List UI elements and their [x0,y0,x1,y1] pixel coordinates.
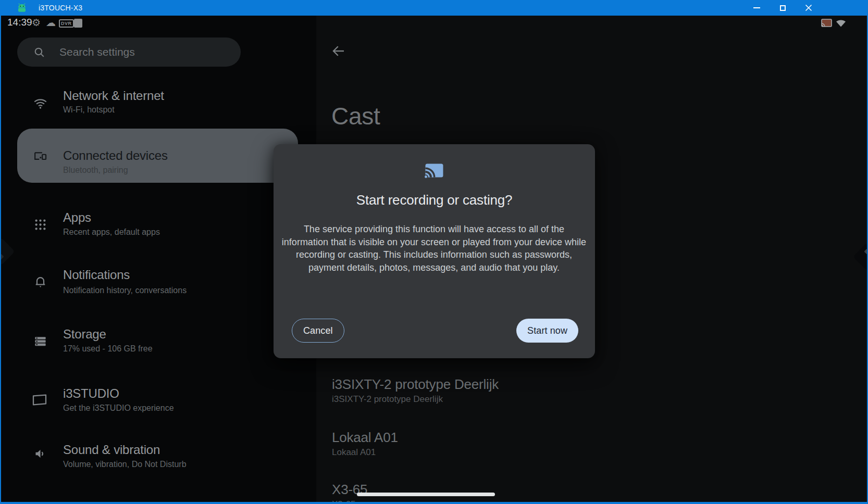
recents-square-icon [74,19,82,28]
window-titlebar: i3TOUCH-X3 [1,0,867,16]
sidebar-item-subtitle: Get the i3STUDIO experience [63,404,174,413]
app-logo-android-icon [16,3,28,12]
cast-icon [425,163,444,178]
settings-search-bar[interactable] [17,37,241,67]
sidebar-item-title: Apps [63,210,91,225]
sidebar-item-subtitle: Bluetooth, pairing [63,166,128,175]
app-window: i3TOUCH-X3 14:39 ⚙ ☁ DVR Network & inter… [0,0,868,504]
gesture-navigation-handle[interactable] [357,493,495,496]
cancel-button[interactable]: Cancel [292,319,344,343]
cast-device-name: i3SIXTY-2 prototype Deerlijk [332,376,499,393]
search-icon [33,46,46,59]
sidebar-item-subtitle: Recent apps, default apps [63,228,160,237]
sidebar-item-subtitle: Volume, vibration, Do Not Disturb [63,460,187,469]
cast-permission-dialog: Start recording or casting? The service … [274,144,595,358]
close-icon [805,4,812,11]
wifi-icon [33,96,47,110]
bell-icon [33,275,47,289]
cast-device-description: i3SIXTY-2 prototype Deerlijk [332,394,443,405]
sidebar-item-title: Notifications [63,268,130,282]
dvr-badge-icon: DVR [59,19,74,28]
sidebar-item-title: i3STUDIO [63,386,119,401]
left-handle-dot-icon [0,254,4,259]
right-handle-dot-icon [864,248,868,254]
display-icon [31,392,48,408]
maximize-button[interactable] [771,0,795,16]
wifi-status-icon [836,19,846,27]
cast-device-name: Lokaal A01 [332,430,398,446]
cast-device-description: Lokaal A01 [332,447,376,458]
storage-icon [33,334,47,348]
sidebar-item-title: Storage [63,327,106,342]
sidebar-item-subtitle: Wi-Fi, hotspot [63,105,115,115]
page-title: Cast [331,102,380,130]
status-clock: 14:39 [7,17,32,28]
sidebar-item-title: Network & internet [63,89,164,103]
close-button[interactable] [797,0,821,16]
sidebar-item-title: Sound & vibration [63,443,160,457]
sidebar-item-subtitle: 17% used - 106 GB free [63,344,153,354]
search-input[interactable] [59,46,216,58]
window-bottom-border [1,502,867,504]
minimize-icon [753,7,760,8]
sidebar-item-title: Connected devices [63,148,168,163]
window-title: i3TOUCH-X3 [39,4,82,12]
start-now-button[interactable]: Start now [516,319,578,343]
gear-icon: ⚙ [32,17,41,29]
devices-icon [33,149,47,163]
sidebar-item-subtitle: Notification history, conversations [63,286,187,295]
back-arrow-icon[interactable] [331,43,346,59]
cloud-icon: ☁ [46,17,56,29]
minimize-button[interactable] [745,0,768,16]
dialog-title: Start recording or casting? [274,192,595,208]
dialog-body-text: The service providing this function will… [281,223,587,274]
cast-connected-icon [821,19,832,27]
speaker-icon [33,447,47,461]
maximize-icon [780,5,786,11]
apps-grid-icon [33,218,47,232]
